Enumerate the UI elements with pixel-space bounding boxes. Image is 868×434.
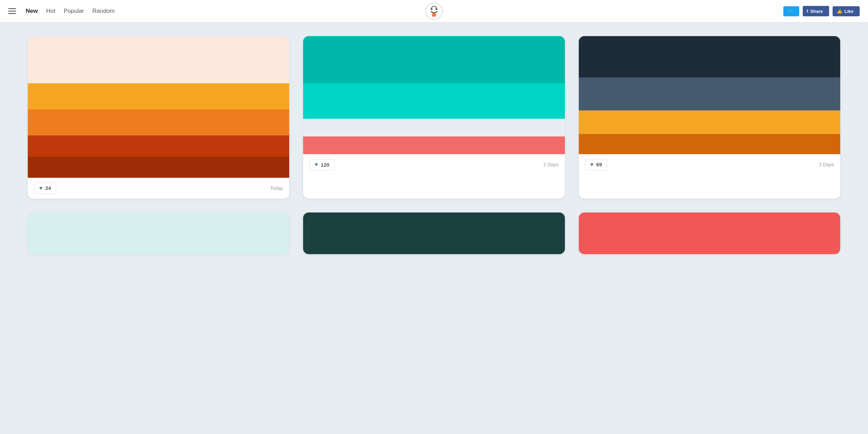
palette-swatches-0 bbox=[28, 36, 289, 178]
like-button-1[interactable]: ♥120 bbox=[309, 159, 335, 170]
header: New Hot Popular Random 🐦 bbox=[0, 0, 868, 22]
nav-popular[interactable]: Popular bbox=[64, 8, 84, 15]
palette-swatches-1 bbox=[303, 36, 565, 154]
swatch-1-0[interactable] bbox=[303, 36, 565, 83]
svg-rect-5 bbox=[432, 14, 436, 17]
hamburger-menu[interactable] bbox=[8, 8, 16, 14]
palette-footer-1: ♥1202 Days bbox=[303, 154, 565, 175]
time-label-2: 3 Days bbox=[819, 162, 834, 167]
main-content: ♥24Today♥1202 Days♥693 Days bbox=[0, 22, 868, 268]
heart-icon: ♥ bbox=[39, 185, 43, 191]
swatch-0-1[interactable] bbox=[28, 83, 289, 109]
heart-icon: ♥ bbox=[315, 161, 318, 168]
swatch-2-1[interactable] bbox=[579, 77, 840, 110]
swatch-1-3[interactable] bbox=[303, 136, 565, 154]
palette-grid: ♥24Today♥1202 Days♥693 Days bbox=[28, 36, 840, 199]
palette-footer-0: ♥24Today bbox=[28, 178, 289, 199]
palette-footer-2: ♥693 Days bbox=[579, 154, 840, 175]
swatch-2-2[interactable] bbox=[579, 110, 840, 134]
swatch-1-1[interactable] bbox=[303, 83, 565, 119]
thumbsup-icon: 👍 bbox=[837, 9, 842, 14]
palette-card-1: ♥1202 Days bbox=[303, 36, 565, 199]
partial-swatch-1[interactable] bbox=[303, 212, 565, 254]
nav-hot[interactable]: Hot bbox=[46, 8, 55, 15]
swatch-2-0[interactable] bbox=[579, 36, 840, 77]
like-count-value: 69 bbox=[596, 161, 602, 167]
twitter-icon: 🐦 bbox=[787, 9, 793, 14]
time-label-0: Today bbox=[270, 185, 283, 191]
swatch-0-4[interactable] bbox=[28, 157, 289, 178]
swatch-0-3[interactable] bbox=[28, 135, 289, 157]
palette-card-0: ♥24Today bbox=[28, 36, 289, 199]
partial-swatch-0[interactable] bbox=[28, 212, 289, 254]
nav-random[interactable]: Random bbox=[92, 8, 115, 15]
heart-icon: ♥ bbox=[590, 161, 594, 168]
svg-point-2 bbox=[436, 8, 437, 10]
partial-card-2 bbox=[579, 212, 840, 254]
palette-card-2: ♥693 Days bbox=[579, 36, 840, 199]
header-right: 🐦 f Share 👍 Like bbox=[783, 6, 860, 16]
swatch-0-0[interactable] bbox=[28, 36, 289, 83]
like-button-0[interactable]: ♥24 bbox=[34, 183, 56, 194]
like-count-value: 24 bbox=[45, 185, 51, 191]
swatch-0-2[interactable] bbox=[28, 109, 289, 135]
like-label: Like bbox=[844, 9, 853, 14]
main-nav: New Hot Popular Random bbox=[26, 8, 115, 15]
facebook-label: Share bbox=[810, 9, 823, 14]
swatch-2-3[interactable] bbox=[579, 134, 840, 154]
time-label-1: 2 Days bbox=[543, 162, 559, 167]
swatch-1-2[interactable] bbox=[303, 119, 565, 136]
palette-swatches-2 bbox=[579, 36, 840, 154]
partial-swatch-2[interactable] bbox=[579, 212, 840, 254]
logo[interactable] bbox=[425, 2, 443, 20]
svg-point-0 bbox=[426, 3, 442, 19]
twitter-button[interactable]: 🐦 bbox=[783, 6, 799, 16]
partial-card-1 bbox=[303, 212, 565, 254]
like-button-2[interactable]: ♥69 bbox=[585, 159, 607, 170]
svg-point-1 bbox=[431, 8, 433, 10]
partial-palette-grid bbox=[28, 212, 840, 254]
partial-card-0 bbox=[28, 212, 289, 254]
header-left: New Hot Popular Random bbox=[8, 8, 115, 15]
facebook-share-button[interactable]: f Share bbox=[803, 6, 829, 16]
nav-new[interactable]: New bbox=[26, 8, 38, 15]
facebook-icon: f bbox=[807, 8, 808, 14]
like-count-value: 120 bbox=[321, 162, 329, 168]
facebook-like-button[interactable]: 👍 Like bbox=[833, 6, 860, 16]
